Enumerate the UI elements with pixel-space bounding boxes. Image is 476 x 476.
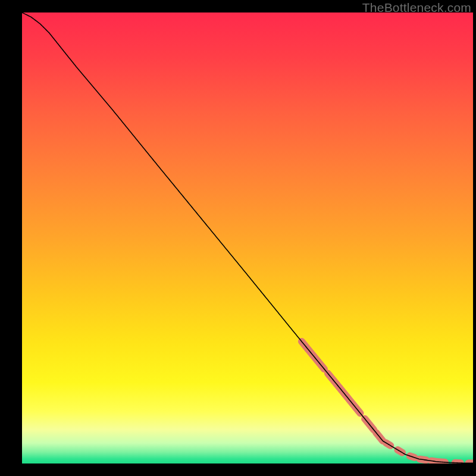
gradient-rect bbox=[22, 12, 473, 464]
chart-stage: TheBottleneck.com bbox=[0, 0, 476, 476]
chart-plot bbox=[22, 12, 473, 464]
